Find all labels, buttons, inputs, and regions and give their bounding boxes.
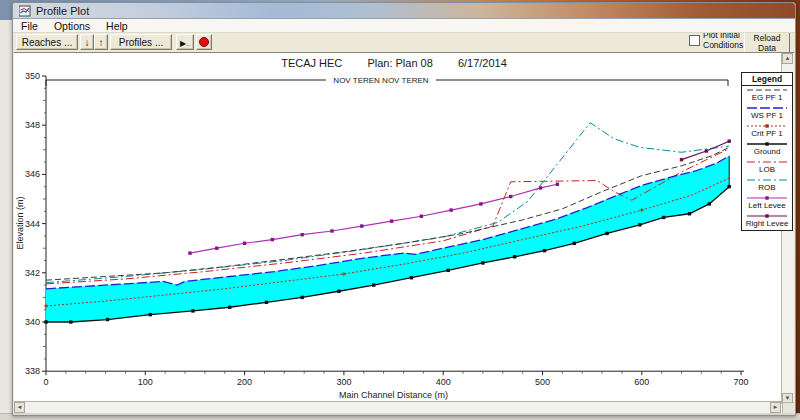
menu-help[interactable]: Help (106, 20, 128, 32)
scroll-right-icon[interactable]: ► (770, 402, 781, 413)
reload-data-label-1: Reload (745, 33, 789, 43)
reach-up-button[interactable]: ↑ (94, 34, 108, 50)
svg-text:0: 0 (43, 377, 48, 387)
legend-entry-lob: LOB (742, 158, 792, 176)
svg-text:700: 700 (734, 377, 749, 387)
window-title: Profile Plot (36, 5, 89, 17)
profile-plot-window: Profile Plot File Options Help Reaches .… (12, 2, 796, 416)
svg-text:600: 600 (634, 377, 649, 387)
svg-text:346: 346 (25, 169, 40, 179)
profile-chart: 3383403423443463483500100200300400500600… (14, 53, 781, 404)
legend-label-lob: LOB (742, 166, 792, 176)
checkbox-icon[interactable] (689, 35, 700, 46)
reach-down-button[interactable]: ↓ (80, 34, 94, 50)
profile-plot-area: TECAJ HEC Plan: Plan 08 6/17/2014 338340… (14, 52, 794, 414)
plot-initial-conditions-label-2: Conditions (703, 40, 743, 50)
legend-title: Legend (742, 73, 792, 86)
svg-text:348: 348 (25, 120, 40, 130)
svg-text:400: 400 (436, 377, 451, 387)
legend-entry-rob: ROB (742, 176, 792, 194)
legend-entry-eg: EG PF 1 (742, 86, 792, 104)
window-bottom-frame (13, 413, 795, 415)
toolbar: Reaches ... ↓ ↑ Profiles ... ▶.. Plot In… (13, 33, 795, 53)
record-button[interactable] (196, 34, 212, 50)
reach-label: NOV TEREN NOV TEREN (333, 76, 429, 85)
svg-text:342: 342 (25, 268, 40, 278)
legend-label-left_levee: Left Levee (742, 202, 792, 212)
svg-text:350: 350 (25, 71, 40, 81)
svg-text:200: 200 (237, 377, 252, 387)
scroll-left-icon[interactable]: ◄ (14, 402, 25, 413)
water-surface-fill (46, 156, 729, 322)
animate-button[interactable]: ▶.. (176, 34, 194, 50)
play-dots: .. (186, 40, 190, 47)
reaches-button[interactable]: Reaches ... (16, 34, 78, 50)
legend-label-crit: Crit PF 1 (742, 130, 792, 140)
legend-label-rob: ROB (742, 184, 792, 194)
menu-file[interactable]: File (21, 20, 38, 32)
legend-label-right_levee: Right Levee (742, 220, 792, 230)
legend-entry-crit: Crit PF 1 (742, 122, 792, 140)
svg-text:500: 500 (535, 377, 550, 387)
title-bar[interactable]: Profile Plot (13, 3, 795, 19)
profiles-button[interactable]: Profiles ... (110, 34, 172, 50)
reload-data-button[interactable]: Reload Data (744, 33, 790, 53)
svg-text:100: 100 (138, 377, 153, 387)
svg-text:300: 300 (336, 377, 351, 387)
legend-label-eg: EG PF 1 (742, 94, 792, 104)
profile-plot-icon (19, 5, 31, 17)
svg-text:338: 338 (25, 366, 40, 376)
svg-text:340: 340 (25, 317, 40, 327)
legend-entry-ground: Ground (742, 140, 792, 158)
chart-legend: Legend EG PF 1WS PF 1Crit PF 1GroundLOBR… (741, 72, 793, 231)
svg-text:344: 344 (25, 219, 40, 229)
legend-label-ws: WS PF 1 (742, 112, 792, 122)
x-axis-label: Main Channel Distance (m) (339, 390, 448, 400)
menu-options[interactable]: Options (54, 20, 90, 32)
plot-initial-conditions-label-1: Plot Initial (703, 33, 743, 40)
menu-bar: File Options Help (13, 19, 795, 33)
legend-entry-right_levee: Right Levee (742, 212, 792, 230)
legend-label-ground: Ground (742, 148, 792, 158)
y-axis-label: Elevation (m) (15, 196, 25, 249)
legend-entry-ws: WS PF 1 (742, 104, 792, 122)
parent-window-edge (0, 20, 12, 420)
record-icon (199, 37, 209, 47)
scroll-up-icon[interactable]: ▲ (782, 53, 793, 64)
legend-entry-left_levee: Left Levee (742, 194, 792, 212)
